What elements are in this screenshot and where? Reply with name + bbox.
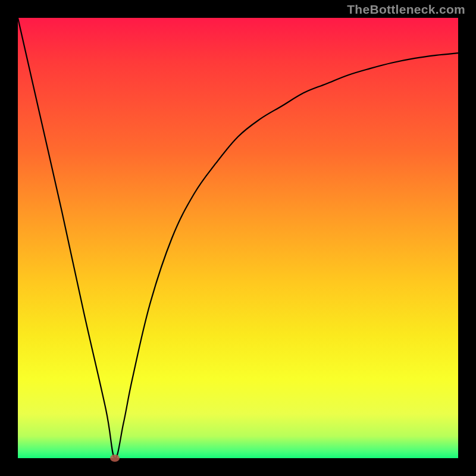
attribution-text: TheBottleneck.com [347,2,465,17]
curve-layer [18,18,458,458]
bottleneck-curve [18,18,458,458]
optimal-point-marker [110,455,120,462]
plot-area [18,18,458,458]
chart-frame: TheBottleneck.com [0,0,476,476]
